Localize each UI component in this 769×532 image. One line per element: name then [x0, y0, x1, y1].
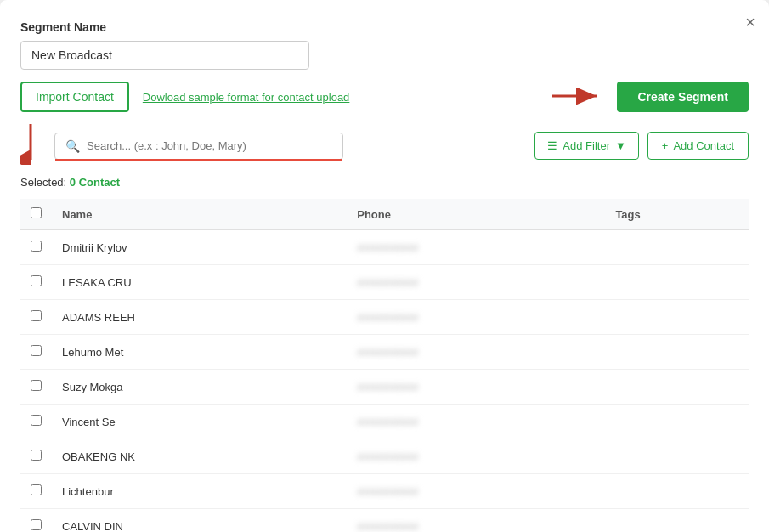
- row-checkbox-cell: [20, 265, 52, 300]
- table-row: CALVIN DIN ##########: [20, 509, 749, 533]
- row-checkbox[interactable]: [31, 345, 42, 356]
- table-header-row: Name Phone Tags: [20, 199, 749, 230]
- add-filter-label: Add Filter: [563, 139, 610, 152]
- row-phone: ##########: [347, 439, 605, 474]
- segment-name-label: Segment Name: [20, 20, 749, 34]
- header-name: Name: [52, 199, 347, 230]
- row-name: LESAKA CRU: [52, 265, 347, 300]
- selected-label: Selected: 0 Contact: [20, 176, 749, 189]
- selected-count: 0 Contact: [70, 176, 120, 189]
- segment-name-input[interactable]: [20, 41, 309, 70]
- row-checkbox-cell: [20, 230, 52, 265]
- row-name: OBAKENG NK: [52, 439, 347, 474]
- row-name: CALVIN DIN: [52, 509, 347, 533]
- table-row: Suzy Mokga ##########: [20, 370, 749, 405]
- search-icon: 🔍: [65, 139, 80, 153]
- row-phone: ##########: [347, 474, 605, 509]
- contacts-table: Name Phone Tags Dmitrii Krylov #########…: [20, 199, 749, 532]
- row-tags: [605, 474, 749, 509]
- broadcast-modal: × Segment Name Import Contact Dowload sa…: [0, 0, 769, 532]
- row-phone: ##########: [347, 509, 605, 533]
- row-checkbox[interactable]: [31, 415, 42, 426]
- row-name: Dmitrii Krylov: [52, 230, 347, 265]
- row-checkbox[interactable]: [31, 310, 42, 321]
- row-checkbox[interactable]: [31, 519, 42, 530]
- table-row: Lichtenbur ##########: [20, 474, 749, 509]
- row-checkbox-cell: [20, 405, 52, 439]
- row-checkbox-cell: [20, 509, 52, 533]
- row-tags: [605, 335, 749, 370]
- add-contact-label: Add Contact: [673, 139, 734, 152]
- table-row: OBAKENG NK ##########: [20, 439, 749, 474]
- table-row: LESAKA CRU ##########: [20, 265, 749, 300]
- row-name: Lichtenbur: [52, 474, 347, 509]
- row-name: Suzy Mokga: [52, 370, 347, 405]
- row-phone: ##########: [347, 300, 605, 335]
- row-tags: [605, 509, 749, 533]
- chevron-down-icon: ▼: [615, 139, 626, 152]
- row-phone: ##########: [347, 370, 605, 405]
- add-contact-button[interactable]: + Add Contact: [647, 132, 749, 160]
- row-tags: [605, 370, 749, 405]
- import-contact-button[interactable]: Import Contact: [20, 82, 129, 112]
- row-checkbox[interactable]: [31, 275, 42, 286]
- row-phone: ##########: [347, 265, 605, 300]
- table-row: Dmitrii Krylov ##########: [20, 230, 749, 265]
- header-tags: Tags: [605, 199, 749, 230]
- top-actions-left: Import Contact Dowload sample format for…: [20, 82, 349, 112]
- row-checkbox[interactable]: [31, 380, 42, 391]
- row-tags: [605, 300, 749, 335]
- header-phone: Phone: [347, 199, 605, 230]
- select-all-checkbox[interactable]: [31, 207, 42, 218]
- create-segment-area: Create Segment: [552, 82, 749, 112]
- download-sample-link[interactable]: Dowload sample format for contact upload: [143, 91, 350, 104]
- row-tags: [605, 439, 749, 474]
- plus-icon: +: [662, 139, 669, 152]
- table-row: ADAMS REEH ##########: [20, 300, 749, 335]
- table-row: Lehumo Met ##########: [20, 335, 749, 370]
- row-checkbox-cell: [20, 370, 52, 405]
- row-checkbox-cell: [20, 335, 52, 370]
- row-checkbox[interactable]: [31, 484, 42, 495]
- top-actions-row: Import Contact Dowload sample format for…: [20, 82, 749, 112]
- row-checkbox-cell: [20, 474, 52, 509]
- search-area: 🔍: [20, 124, 343, 167]
- table-row: Vincent Se ##########: [20, 405, 749, 439]
- arrow-to-search: [20, 124, 41, 167]
- arrow-to-create-segment: [552, 86, 603, 109]
- right-actions: ☰ Add Filter ▼ + Add Contact: [534, 132, 749, 160]
- row-checkbox-cell: [20, 300, 52, 335]
- row-tags: [605, 265, 749, 300]
- row-phone: ##########: [347, 405, 605, 439]
- search-box: 🔍: [54, 133, 343, 160]
- row-name: Vincent Se: [52, 405, 347, 439]
- header-checkbox-cell: [20, 199, 52, 230]
- row-tags: [605, 230, 749, 265]
- row-checkbox-cell: [20, 439, 52, 474]
- row-checkbox[interactable]: [31, 450, 42, 461]
- search-filter-row: 🔍 ☰ Add Filter ▼ + Add Contact: [20, 124, 749, 167]
- search-input[interactable]: [87, 139, 332, 152]
- row-checkbox[interactable]: [31, 241, 42, 252]
- row-tags: [605, 405, 749, 439]
- row-name: ADAMS REEH: [52, 300, 347, 335]
- close-button[interactable]: ×: [745, 14, 755, 31]
- filter-icon: ☰: [547, 139, 557, 152]
- row-phone: ##########: [347, 230, 605, 265]
- add-filter-button[interactable]: ☰ Add Filter ▼: [534, 132, 639, 160]
- row-phone: ##########: [347, 335, 605, 370]
- row-name: Lehumo Met: [52, 335, 347, 370]
- create-segment-button[interactable]: Create Segment: [617, 82, 749, 112]
